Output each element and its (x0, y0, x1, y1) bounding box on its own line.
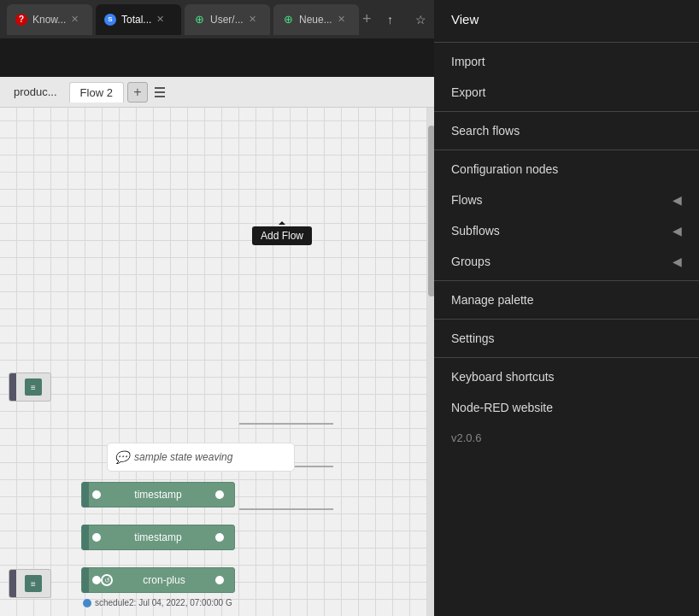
menu-divider-1 (434, 42, 699, 43)
menu-item-settings[interactable]: Settings (434, 323, 699, 354)
browser-tab-4[interactable]: ⊕ Neue... ✕ (273, 4, 359, 35)
sidebar-node-group-1: ≡ (9, 373, 51, 402)
add-flow-tooltip: Add Flow (252, 226, 312, 245)
tab-icon-2: S (104, 14, 116, 26)
timestamp-label-1: timestamp (101, 489, 215, 501)
menu-divider-6 (434, 357, 699, 358)
menu-item-search-flows[interactable]: Search flows (434, 115, 699, 146)
flow-tab-flow2[interactable]: Flow 2 (69, 82, 124, 103)
flow-tab-list-button[interactable] (150, 82, 170, 103)
tab-close-4[interactable]: ✕ (338, 14, 345, 25)
menu-item-groups[interactable]: Groups ◀ (434, 246, 699, 277)
comment-text: sample state weaving (134, 451, 232, 463)
share-icon[interactable]: ↑ (379, 8, 402, 32)
bookmark-icon[interactable]: ☆ (409, 8, 433, 32)
menu-item-subflows[interactable]: Subflows ◀ (434, 215, 699, 246)
menu-divider-3 (434, 150, 699, 150)
tab-close-3[interactable]: ✕ (249, 14, 256, 25)
canvas-area: produc... Flow 2 + Add Flow (0, 77, 436, 616)
tab-close-2[interactable]: ✕ (156, 14, 164, 25)
menu-divider-5 (434, 319, 699, 320)
menu-version: v2.0.6 (434, 423, 699, 453)
browser-tab-2[interactable]: S Total... ✕ (96, 4, 181, 35)
comment-node[interactable]: 💬 sample state weaving (107, 443, 295, 472)
tab-icon-3: ⊕ (193, 14, 205, 26)
new-tab-button[interactable]: + (362, 8, 372, 32)
main-area: produc... Flow 2 + Add Flow (0, 77, 699, 616)
tab-label-1: Know... (32, 14, 66, 26)
cron-label: cron-plus (113, 574, 215, 586)
schedule-label: schedule2: Jul 04, 2022, 07:00:00 G (83, 598, 232, 607)
flow-tab-produc[interactable]: produc... (3, 82, 68, 102)
tab-label-3: User/... (210, 14, 244, 26)
tab-icon-4: ⊕ (282, 14, 294, 26)
menu-item-manage-palette[interactable]: Manage palette (434, 285, 699, 315)
menu-item-export[interactable]: Export (434, 77, 699, 108)
flow-canvas[interactable]: ≡ ≡ 💬 sample state weaving (0, 108, 436, 616)
dropdown-menu: View Import Export Search flows Configur… (434, 0, 699, 616)
flow-tabs-bar: produc... Flow 2 + (0, 77, 436, 108)
browser-tab-3[interactable]: ⊕ User/... ✕ (185, 4, 270, 35)
tab-label-4: Neue... (299, 14, 332, 26)
add-flow-button[interactable]: + (127, 82, 148, 103)
menu-item-keyboard[interactable]: Keyboard shortcuts (434, 361, 699, 392)
cron-plus-node[interactable]: ↺ cron-plus (81, 567, 235, 593)
menu-item-import[interactable]: Import (434, 46, 699, 77)
timestamp-node-2[interactable]: timestamp (81, 525, 235, 550)
menu-divider-4 (434, 280, 699, 281)
menu-item-view[interactable]: View (434, 0, 699, 38)
timestamp-node-1[interactable]: timestamp (81, 482, 235, 507)
menu-divider-2 (434, 111, 699, 112)
timestamp-label-2: timestamp (101, 531, 215, 543)
tab-icon-1: ? (15, 14, 27, 26)
tab-close-1[interactable]: ✕ (71, 14, 79, 25)
menu-item-website[interactable]: Node-RED website (434, 392, 699, 423)
menu-item-flows[interactable]: Flows ◀ (434, 185, 699, 215)
menu-item-config-nodes[interactable]: Configuration nodes (434, 154, 699, 185)
browser-tab-1[interactable]: ? Know... ✕ (7, 4, 92, 35)
sidebar-node-group-2: ≡ (9, 569, 51, 598)
tab-label-2: Total... (121, 14, 151, 26)
